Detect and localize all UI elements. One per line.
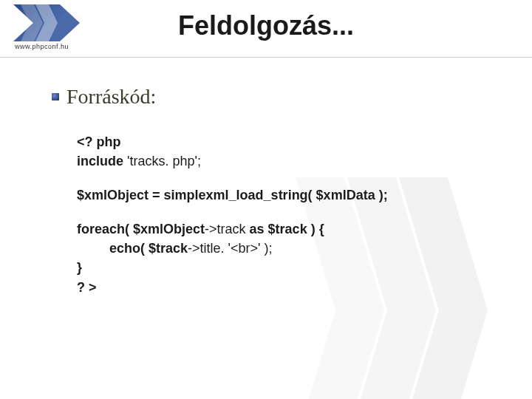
code-line: echo( $track->title. '<br>' ); [77,239,502,258]
code-text: as $track ) { [250,222,324,236]
code-keyword: include [77,154,123,168]
bullet-icon [52,93,59,100]
slide-header: www.phpconf.hu Feldolgozás... [0,0,532,58]
code-text: echo( $track [109,241,188,256]
section-heading: Forráskód: [52,85,502,109]
code-line: <? php [77,132,502,151]
code-line: foreach( $xmlObject->track as $track ) { [77,219,502,239]
code-text: $xmlObject = simplexml_load_string( $xml… [77,188,388,202]
code-line: include 'tracks. php'; [77,151,502,171]
code-text: } [77,260,82,275]
code-text: ->title. '<br>' ); [188,241,272,256]
code-text: foreach( $xmlObject [77,222,205,236]
code-line: ? > [77,278,502,297]
code-text: 'tracks. php'; [123,154,201,168]
section-heading-text: Forráskód: [66,85,156,109]
code-line: $xmlObject = simplexml_load_string( $xml… [77,185,502,205]
code-line: } [77,258,502,277]
code-block: <? php include 'tracks. php'; $xmlObject… [77,132,502,297]
slide-title: Feldolgozás... [0,10,532,41]
code-text: ->track [205,222,250,236]
slide-content: Forráskód: <? php include 'tracks. php';… [52,85,502,297]
code-text: ? > [77,280,97,295]
code-keyword: <? php [77,134,121,149]
site-url: www.phpconf.hu [15,43,69,50]
